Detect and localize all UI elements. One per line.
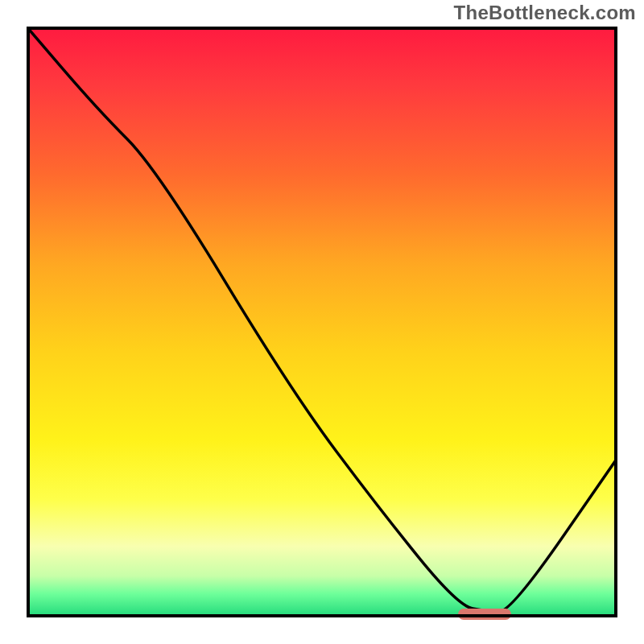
chart-container: TheBottleneck.com — [0, 0, 644, 644]
curve-path — [27, 27, 617, 612]
trough-marker — [458, 609, 511, 620]
watermark-text: TheBottleneck.com — [454, 2, 636, 24]
plot-area — [27, 27, 617, 617]
line-curve — [27, 27, 617, 617]
